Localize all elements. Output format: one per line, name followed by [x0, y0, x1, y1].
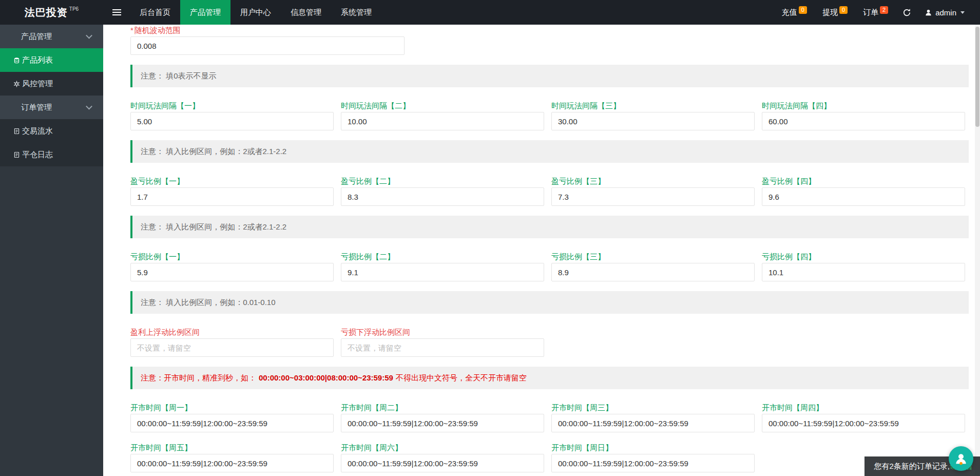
open-time-sun-input[interactable] [551, 454, 755, 472]
open-time-tue-input[interactable] [341, 414, 544, 432]
withdraw-badge: 0 [839, 6, 848, 14]
profit-ratio-2-input[interactable] [341, 187, 544, 206]
navbar-right: 充值0 提现0 订单2 admin [766, 0, 980, 25]
sidebar-item-product-manage[interactable]: 产品管理 [0, 25, 103, 48]
sidebar-item-label: 产品列表 [22, 55, 53, 65]
time-interval-3-input[interactable] [551, 112, 755, 130]
profit-float-input[interactable] [130, 338, 334, 357]
time-interval-4-label: 时间玩法间隔【四】 [762, 101, 965, 110]
toast-text: 您有2条新的订单记录, [874, 462, 950, 471]
sidebar-item-trade-flow[interactable]: 交易流水 [0, 119, 103, 143]
nav-tab-home[interactable]: 后台首页 [130, 0, 180, 25]
open-time-sat-input[interactable] [341, 454, 544, 472]
loss-float-input[interactable] [341, 338, 544, 357]
sidebar-item-label: 风控管理 [22, 79, 53, 89]
sidebar-item-close-log[interactable]: 平仓日志 [0, 143, 103, 166]
username: admin [935, 8, 956, 17]
note-open-time: 注意：开市时间，精准到秒，如：00:00:00~03:00:00|08:00:0… [130, 367, 969, 389]
profit-ratio-1-input[interactable] [130, 187, 334, 206]
nav-tab-product[interactable]: 产品管理 [180, 0, 230, 25]
loss-ratio-3-label: 亏损比例【三】 [551, 252, 755, 261]
open-time-tue-label: 开市时间【周二】 [341, 403, 544, 412]
row-time-intervals: 时间玩法间隔【一】 时间玩法间隔【二】 时间玩法间隔【三】 时间玩法间隔【四】 [130, 101, 975, 130]
row-loss-ratios: 亏损比例【一】 亏损比例【二】 亏损比例【三】 亏损比例【四】 [130, 252, 975, 281]
nav-tab-user-center[interactable]: 用户中心 [230, 0, 281, 25]
open-time-mon-input[interactable] [130, 414, 334, 432]
open-time-mon-label: 开市时间【周一】 [130, 403, 334, 412]
recharge-label: 充值 [782, 8, 797, 16]
note-ratio-range-2: 注意： 填入比例区间，例如：2或者2.1-2.2 [130, 216, 969, 238]
open-time-sat-label: 开市时间【周六】 [341, 443, 544, 452]
time-interval-4-input[interactable] [762, 112, 965, 130]
sidebar-item-order-manage[interactable]: 订单管理 [0, 96, 103, 119]
app-logo-text: 法巴投资 [25, 6, 68, 20]
orders-badge: 2 [880, 6, 888, 14]
row-open-times-1: 开市时间【周一】 开市时间【周二】 开市时间【周三】 开市时间【周四】 [130, 403, 975, 432]
refresh-icon[interactable] [902, 8, 911, 17]
time-interval-1-label: 时间玩法间隔【一】 [130, 101, 334, 110]
nav-tab-info[interactable]: 信息管理 [281, 0, 331, 25]
gear-icon [13, 80, 20, 87]
loss-ratio-1-label: 亏损比例【一】 [130, 252, 334, 261]
sidebar-item-label: 交易流水 [22, 126, 53, 136]
hamburger-icon[interactable] [103, 0, 130, 25]
profit-float-label: 盈利上浮动比例区间 [130, 328, 334, 337]
nav-tab-system[interactable]: 系统管理 [331, 0, 381, 25]
document-icon [13, 151, 20, 158]
volatility-input[interactable] [130, 36, 405, 55]
profit-ratio-1-label: 盈亏比例【一】 [130, 177, 334, 186]
profit-ratio-2-label: 盈亏比例【二】 [341, 177, 544, 186]
loss-float-label: 亏损下浮动比例区间 [341, 328, 544, 337]
row-profit-ratios: 盈亏比例【一】 盈亏比例【二】 盈亏比例【三】 盈亏比例【四】 [130, 177, 975, 206]
time-interval-1-input[interactable] [130, 112, 334, 130]
open-time-thu-label: 开市时间【周四】 [762, 403, 965, 412]
note-ratio-range-1: 注意： 填入比例区间，例如：2或者2.1-2.2 [130, 140, 969, 163]
top-menu: 后台首页 产品管理 用户中心 信息管理 系统管理 [130, 0, 381, 25]
sidebar-item-risk-manage[interactable]: 风控管理 [0, 72, 103, 96]
withdraw-label: 提现 [822, 8, 838, 16]
volatility-label: *随机波动范围 [130, 26, 975, 35]
customer-service-icon [954, 451, 968, 466]
chevron-down-icon [960, 11, 965, 14]
sidebar-item-product-list[interactable]: 产品列表 [0, 48, 103, 72]
profit-ratio-4-input[interactable] [762, 187, 965, 206]
loss-ratio-4-label: 亏损比例【四】 [762, 252, 965, 261]
open-time-thu-input[interactable] [762, 414, 965, 432]
recharge-link[interactable]: 充值0 [782, 8, 807, 17]
open-time-fri-input[interactable] [130, 454, 334, 472]
row-open-times-2: 开市时间【周五】 开市时间【周六】 开市时间【周日】 [130, 443, 975, 472]
open-time-fri-label: 开市时间【周五】 [130, 443, 334, 452]
time-interval-2-input[interactable] [341, 112, 544, 130]
row-float-ranges: 盈利上浮动比例区间 亏损下浮动比例区间 [130, 328, 975, 357]
loss-ratio-2-input[interactable] [341, 263, 544, 281]
open-time-sun-label: 开市时间【周日】 [551, 443, 755, 452]
recharge-badge: 0 [799, 6, 807, 14]
app-logo[interactable]: 法巴投资 TP6 [0, 0, 103, 25]
product-list-icon [13, 56, 20, 64]
top-navbar: 法巴投资 TP6 后台首页 产品管理 用户中心 信息管理 系统管理 充值0 提现… [0, 0, 980, 25]
sidebar-item-label: 产品管理 [21, 32, 52, 42]
loss-ratio-1-input[interactable] [130, 263, 334, 281]
open-time-wed-label: 开市时间【周三】 [551, 403, 755, 412]
loss-ratio-4-input[interactable] [762, 263, 965, 281]
main-content: *随机波动范围 注意： 填0表示不显示 时间玩法间隔【一】 时间玩法间隔【二】 … [103, 25, 975, 476]
customer-service-button[interactable] [949, 446, 973, 471]
sidebar-item-label: 平仓日志 [22, 150, 53, 160]
orders-link[interactable]: 订单2 [863, 8, 888, 17]
user-menu[interactable]: admin [925, 8, 965, 17]
open-time-wed-input[interactable] [551, 414, 755, 432]
scrollbar-thumb[interactable] [975, 27, 979, 127]
product-edit-form: *随机波动范围 注意： 填0表示不显示 时间玩法间隔【一】 时间玩法间隔【二】 … [103, 25, 975, 472]
loss-ratio-3-input[interactable] [551, 263, 755, 281]
chevron-down-icon [86, 32, 92, 39]
loss-ratio-2-label: 亏损比例【二】 [341, 252, 544, 261]
withdraw-link[interactable]: 提现0 [822, 8, 848, 17]
time-interval-2-label: 时间玩法间隔【二】 [341, 101, 544, 110]
profit-ratio-4-label: 盈亏比例【四】 [762, 177, 965, 186]
note-zero-hidden: 注意： 填0表示不显示 [130, 65, 969, 87]
field-volatility: *随机波动范围 [130, 26, 975, 55]
page-scrollbar[interactable] [975, 25, 980, 476]
profit-ratio-3-input[interactable] [551, 187, 755, 206]
app-logo-version: TP6 [69, 6, 79, 12]
sidebar: 产品管理 产品列表 [0, 25, 103, 476]
